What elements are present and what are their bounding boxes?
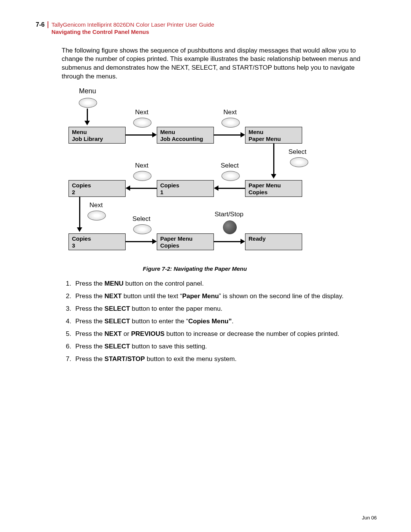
header-texts: TallyGenicom Intelliprint 8026DN Color L… xyxy=(48,21,214,36)
arrow-left-icon xyxy=(214,185,218,191)
arrow-down-icon xyxy=(84,121,90,125)
connector-line xyxy=(126,134,153,136)
box-line1: Copies xyxy=(160,182,210,189)
connector-line xyxy=(214,241,241,242)
box-line1: Menu xyxy=(160,129,210,136)
next-label: Next xyxy=(135,162,148,169)
arrow-down-icon xyxy=(77,227,82,232)
arrow-right-icon xyxy=(241,132,245,137)
box-line1: Paper Menu xyxy=(249,182,299,189)
select-label: Select xyxy=(132,215,150,223)
box-line2: 1 xyxy=(160,189,210,196)
box-line2: Job Library xyxy=(72,136,122,142)
header-title: TallyGenicom Intelliprint 8026DN Color L… xyxy=(51,21,214,29)
arrow-down-icon xyxy=(271,174,276,179)
connector-line xyxy=(129,188,157,189)
page-number: 7-6 xyxy=(36,21,48,28)
footer-date: Jun 06 xyxy=(362,515,377,521)
screen-box-copies-3: Copies 3 xyxy=(68,233,126,250)
step-item: Press the START/STOP button to exit the … xyxy=(73,355,377,364)
button-icon xyxy=(79,98,97,108)
box-line1: Menu xyxy=(72,129,122,136)
connector-line xyxy=(218,188,245,189)
next-label: Next xyxy=(89,201,103,209)
box-line1: Menu xyxy=(249,129,299,136)
button-icon xyxy=(221,171,240,181)
header-subtitle: Navigating the Control Panel Menus xyxy=(51,29,214,36)
screen-box-paper-menu-copies: Paper Menu Copies xyxy=(245,180,302,197)
button-icon xyxy=(221,118,240,128)
box-line1: Paper Menu xyxy=(160,235,210,242)
arrow-right-icon xyxy=(241,239,245,244)
connector-line xyxy=(273,144,274,175)
select-label: Select xyxy=(288,148,306,156)
box-line2: 3 xyxy=(72,242,122,249)
step-item: Press the SELECT button to enter the pap… xyxy=(73,305,377,313)
step-item: Press the SELECT button to save this set… xyxy=(73,342,377,351)
connector-line xyxy=(214,134,241,136)
page-header: 7-6 TallyGenicom Intelliprint 8026DN Col… xyxy=(36,21,377,36)
startstop-label: Start/Stop xyxy=(215,211,244,218)
arrow-left-icon xyxy=(126,185,130,191)
next-label: Next xyxy=(223,109,237,116)
startstop-button-icon xyxy=(223,220,237,234)
arrow-right-icon xyxy=(152,132,157,137)
next-label: Next xyxy=(135,109,148,116)
button-icon xyxy=(133,118,151,128)
connector-line xyxy=(87,109,88,121)
figure-caption: Figure 7-2: Navigating the Paper Menu xyxy=(62,265,328,272)
box-line1: Copies xyxy=(72,235,122,242)
step-item: Press the NEXT button until the text “Pa… xyxy=(73,292,377,301)
arrow-right-icon xyxy=(152,239,157,244)
step-item: Press the NEXT or PREVIOUS button to inc… xyxy=(73,330,377,339)
figure-diagram: Menu Menu Job Library Menu Job Accountin… xyxy=(68,87,335,262)
step-item: Press the MENU button on the control pan… xyxy=(73,280,377,288)
select-label: Select xyxy=(221,162,239,169)
box-line2: 2 xyxy=(72,189,122,196)
menu-label: Menu xyxy=(76,87,99,95)
box-line1: Copies xyxy=(72,182,122,189)
screen-box-job-library: Menu Job Library xyxy=(68,127,126,144)
connector-line xyxy=(79,197,80,228)
screen-box-job-accounting: Menu Job Accounting xyxy=(157,127,214,144)
box-line1: Ready xyxy=(249,235,299,242)
button-icon xyxy=(88,211,106,220)
box-line2: Paper Menu xyxy=(249,136,299,142)
step-item: Press the SELECT button to enter the “Co… xyxy=(73,317,377,326)
screen-box-copies-1: Copies 1 xyxy=(157,180,214,197)
screen-box-ready: Ready xyxy=(245,233,302,250)
screen-box-paper-menu-copies-2: Paper Menu Copies xyxy=(157,233,214,250)
box-line2: Copies xyxy=(160,242,210,249)
screen-box-copies-2: Copies 2 xyxy=(68,180,126,197)
steps-list: Press the MENU button on the control pan… xyxy=(62,280,377,364)
screen-box-paper-menu: Menu Paper Menu xyxy=(245,127,302,144)
button-icon xyxy=(133,171,151,181)
connector-line xyxy=(126,241,153,242)
box-line2: Job Accounting xyxy=(160,136,210,142)
button-icon xyxy=(133,224,151,234)
intro-paragraph: The following figure shows the sequence … xyxy=(62,46,377,81)
box-line2: Copies xyxy=(249,189,299,196)
button-icon xyxy=(290,157,308,167)
